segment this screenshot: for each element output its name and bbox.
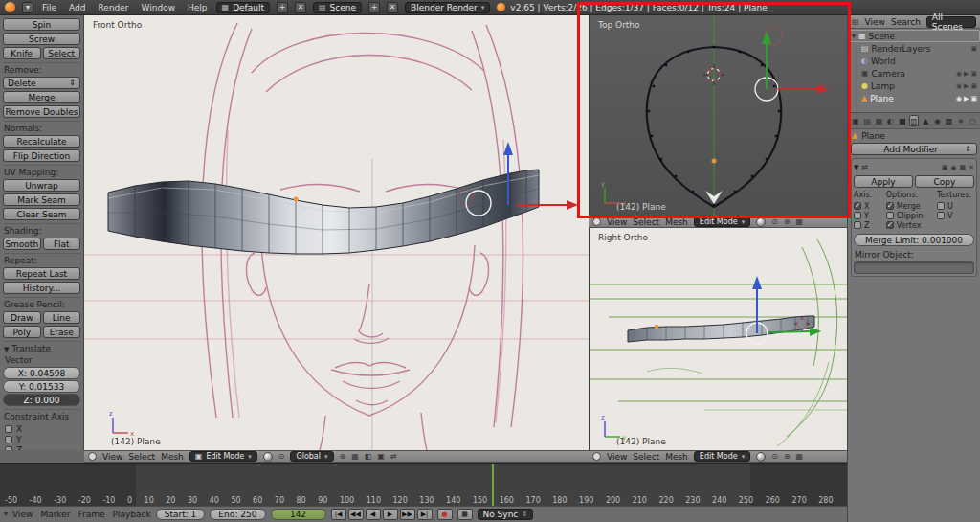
select-menu[interactable]: Select <box>128 452 155 462</box>
screen-layout-dropdown[interactable]: ▦ Default <box>216 2 270 13</box>
select-menu[interactable]: Select <box>633 452 659 462</box>
copy-button[interactable]: Copy <box>915 175 974 188</box>
merge-limit-field[interactable]: Merge Limit: 0.001000 <box>854 234 974 246</box>
particles-tab-icon[interactable]: ∗ <box>956 115 966 126</box>
manipulator-icon[interactable]: ⊕ <box>340 453 346 461</box>
mesh-menu[interactable]: Mesh <box>665 217 688 227</box>
constraint-z-checkbox[interactable]: Z <box>3 444 80 450</box>
transport-button[interactable]: ◀◀ <box>348 509 364 520</box>
line-button[interactable]: Line <box>43 311 81 324</box>
vertex-groups-checkbox[interactable]: Vertex <box>886 220 935 230</box>
menu-item[interactable]: File <box>40 3 58 12</box>
timeline-menu-item[interactable]: Playback <box>113 510 151 519</box>
merge-checkbox[interactable]: Merge <box>886 201 935 211</box>
axis-x-checkbox[interactable]: X <box>854 201 884 211</box>
keying-set-icon[interactable]: ▦ <box>457 509 473 520</box>
history-button[interactable]: History... <box>3 282 80 294</box>
mode-dropdown[interactable]: Edit Mode▾ <box>694 451 750 462</box>
transport-button[interactable]: |◀ <box>331 509 346 520</box>
clear-seam-button[interactable]: Clear Seam <box>3 208 80 220</box>
viewport-right[interactable]: z y Right Ortho (142) Plane <box>589 228 847 450</box>
close-scene-button[interactable]: ✕ <box>387 2 398 13</box>
select-menu[interactable]: Select <box>633 217 659 227</box>
flat-button[interactable]: Flat <box>43 238 81 250</box>
constraint-x-checkbox[interactable]: X <box>3 423 80 434</box>
view-menu[interactable]: View <box>607 217 627 227</box>
constraint-y-checkbox[interactable]: Y <box>3 434 80 444</box>
mode-dropdown[interactable]: ▣ Edit Mode▾ <box>189 451 257 462</box>
transport-button[interactable]: ▶ <box>383 509 398 520</box>
render-tab-icon[interactable]: ▣ <box>851 115 860 126</box>
axis-z-checkbox[interactable]: Z <box>854 220 884 230</box>
translate-panel-header[interactable]: ▼ Translate <box>4 341 80 353</box>
add-modifier-dropdown[interactable]: Add Modifier ⇕ <box>851 143 977 155</box>
transport-button[interactable]: ▶| <box>417 509 433 520</box>
material-tab-icon[interactable]: ◉ <box>932 115 942 126</box>
display-mode-dropdown[interactable]: All Scenes <box>926 16 976 28</box>
menu-item[interactable]: Help <box>186 3 210 12</box>
viewport-top[interactable]: y x Top Ortho (142) Plane <box>589 15 847 216</box>
timeline-menu-item[interactable]: View <box>12 510 33 519</box>
editor-type-icon[interactable] <box>592 217 601 226</box>
add-layout-button[interactable]: + <box>277 2 288 13</box>
axis-y-checkbox[interactable]: Y <box>854 211 884 220</box>
mesh-menu[interactable]: Mesh <box>665 452 688 462</box>
outliner-item-renderlayers[interactable]: ▤ RenderLayers ▣ <box>848 42 980 55</box>
physics-tab-icon[interactable]: ○ <box>968 115 977 126</box>
snap-icon[interactable]: ▦ <box>796 218 804 226</box>
object-data-tab-icon[interactable]: ▲ <box>921 115 930 126</box>
end-frame-field[interactable]: End: 250 <box>210 509 265 520</box>
mark-seam-button[interactable]: Mark Seam <box>3 193 80 206</box>
transport-button[interactable]: ◀ <box>366 509 381 520</box>
swap-icon[interactable]: ⇄ <box>390 453 397 461</box>
poly-button[interactable]: Poly <box>3 326 41 338</box>
pivot-center-icon[interactable]: ⊙ <box>771 453 778 461</box>
knife-button[interactable]: Knife <box>3 47 41 59</box>
visibility-toggle-icon[interactable]: ◉ <box>950 164 956 171</box>
remove-doubles-button[interactable]: Remove Doubles <box>3 105 80 118</box>
render-engine-dropdown[interactable]: Blender Render▾ <box>405 2 490 13</box>
texture-v-checkbox[interactable]: V <box>937 211 974 220</box>
texture-u-checkbox[interactable]: U <box>937 201 974 211</box>
close-modifier-icon[interactable]: ✕ <box>969 164 974 171</box>
apply-button[interactable]: Apply <box>854 175 913 188</box>
orientation-dropdown[interactable]: Global▾ <box>290 451 333 462</box>
spin-button[interactable]: Spin <box>3 18 80 31</box>
recalculate-button[interactable]: Recalculate <box>3 135 80 148</box>
flip-direction-button[interactable]: Flip Direction <box>3 149 80 162</box>
mode-dropdown[interactable]: Edit Mode▾ <box>694 216 750 227</box>
editor-type-icon[interactable]: ▾ <box>22 2 33 13</box>
start-frame-field[interactable]: Start: 1 <box>156 509 206 520</box>
clipping-checkbox[interactable]: Clippin <box>886 211 935 220</box>
scene-dropdown[interactable]: ▤ Scene <box>313 2 362 13</box>
sync-dropdown[interactable]: No Sync⇕ <box>478 509 534 520</box>
menu-item[interactable]: Window <box>140 3 178 12</box>
merge-button[interactable]: Merge <box>3 91 80 103</box>
screw-button[interactable]: Screw <box>3 33 80 45</box>
timeline-ruler[interactable]: -50-40-30-20-100102030405060708090100110… <box>0 463 847 506</box>
viewport-front[interactable]: z x Front Ortho (142) Plane <box>84 15 589 450</box>
mesh-band-side[interactable] <box>628 316 814 342</box>
outliner-search-menu[interactable]: Search <box>891 17 921 27</box>
draw-button[interactable]: Draw <box>3 311 41 324</box>
render-toggle-icon[interactable]: ▣ <box>942 164 948 171</box>
editor-type-icon[interactable]: ▤ <box>852 18 859 26</box>
translate-y-field[interactable]: Y: 0.01533 <box>3 380 80 393</box>
render-opengl-icon[interactable]: ▣ <box>377 453 385 461</box>
timeline-menu-item[interactable]: Frame <box>78 510 104 519</box>
erase-button[interactable]: Erase <box>43 326 81 338</box>
outliner-view-menu[interactable]: View <box>865 17 885 27</box>
viewport-shading-icon[interactable] <box>263 452 273 462</box>
panel-expand-icon[interactable]: ▼ <box>854 164 858 171</box>
mesh-band[interactable] <box>108 170 539 254</box>
object-tab-icon[interactable]: ■ <box>898 115 907 126</box>
world-tab-icon[interactable]: ◐ <box>886 115 896 126</box>
timeline-menu-item[interactable]: Marker <box>40 510 70 519</box>
snap-icon[interactable]: ▦ <box>351 453 359 461</box>
outliner-item-lamp[interactable]: ● Lamp ◉▶▣ <box>848 79 980 92</box>
outliner-item-camera[interactable]: ▣ Camera ◉▶▣ <box>848 67 980 79</box>
outliner-item-scene[interactable]: ▾ ▦ Scene <box>848 30 980 42</box>
pivot-center-icon[interactable]: ⊙ <box>278 453 285 461</box>
view-menu[interactable]: View <box>607 452 627 462</box>
blender-logo-icon[interactable] <box>5 2 15 12</box>
